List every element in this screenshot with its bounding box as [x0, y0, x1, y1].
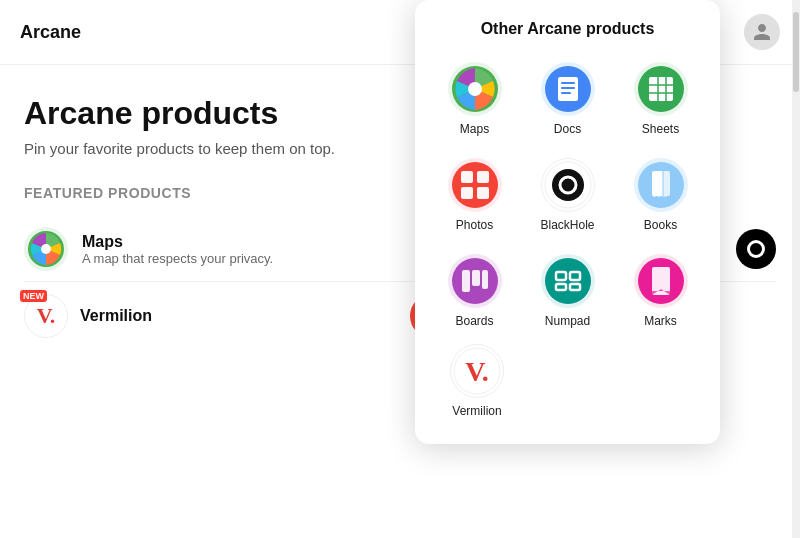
avatar-icon	[752, 22, 772, 42]
maps-svg	[26, 229, 66, 269]
sheets-product-icon	[634, 62, 688, 116]
docs-product-icon	[541, 62, 595, 116]
svg-rect-10	[561, 82, 575, 84]
numpad-product-label: Numpad	[545, 314, 590, 328]
product-item-numpad[interactable]: Numpad	[524, 248, 611, 334]
vermilion-product-icon: V.	[450, 344, 504, 398]
product-item-books[interactable]: Books	[617, 152, 704, 238]
svg-rect-23	[477, 187, 489, 199]
numpad-product-svg	[543, 256, 593, 306]
books-product-svg	[636, 160, 686, 210]
svg-point-19	[452, 162, 498, 208]
svg-point-27	[565, 182, 571, 188]
new-badge: NEW	[20, 290, 47, 302]
svg-rect-21	[477, 171, 489, 183]
svg-rect-33	[482, 270, 488, 289]
boards-product-svg	[450, 256, 500, 306]
product-item-vermilion[interactable]: V. Vermilion	[437, 338, 517, 424]
sheets-product-label: Sheets	[642, 122, 679, 136]
blackhole-action-icon	[736, 229, 776, 269]
user-avatar[interactable]	[744, 14, 780, 50]
photos-product-label: Photos	[456, 218, 493, 232]
sheets-product-svg	[636, 64, 686, 114]
books-product-label: Books	[644, 218, 677, 232]
marks-product-label: Marks	[644, 314, 677, 328]
featured-item-action[interactable]	[736, 229, 776, 269]
docs-product-svg	[543, 64, 593, 114]
product-item-marks[interactable]: Marks	[617, 248, 704, 334]
blackhole-product-svg	[543, 160, 593, 210]
svg-point-7	[468, 82, 482, 96]
dropdown-title: Other Arcane products	[431, 20, 704, 38]
svg-rect-14	[649, 77, 673, 101]
svg-rect-11	[561, 87, 575, 89]
vermilion-icon-wrap: NEW V.	[24, 294, 68, 338]
bottom-item-vermilion[interactable]: NEW V. Vermilion	[24, 294, 390, 338]
blackhole-product-label: BlackHole	[540, 218, 594, 232]
vermilion-label: Vermilion	[80, 307, 152, 325]
marks-product-svg	[636, 256, 686, 306]
books-product-icon	[634, 158, 688, 212]
product-item-maps[interactable]: Maps	[431, 56, 518, 142]
product-item-blackhole[interactable]: BlackHole	[524, 152, 611, 238]
blackhole-product-icon	[541, 158, 595, 212]
vermilion-row: V. Vermilion	[431, 338, 704, 424]
maps-icon	[24, 227, 68, 271]
vermilion-letter: V.	[37, 303, 56, 329]
scrollbar-thumb[interactable]	[793, 12, 799, 92]
photos-product-svg	[450, 160, 500, 210]
svg-point-34	[545, 258, 591, 304]
svg-rect-20	[461, 171, 473, 183]
docs-product-label: Docs	[554, 122, 581, 136]
app-logo: Arcane	[20, 22, 81, 43]
product-item-boards[interactable]: Boards	[431, 248, 518, 334]
svg-text:V.: V.	[465, 356, 489, 387]
svg-rect-31	[462, 270, 470, 292]
vermilion-product-label: Vermilion	[452, 404, 501, 418]
photos-product-icon	[448, 158, 502, 212]
vermilion-product-svg: V.	[452, 346, 502, 396]
svg-point-1	[41, 244, 51, 254]
product-item-sheets[interactable]: Sheets	[617, 56, 704, 142]
maps-product-icon	[448, 62, 502, 116]
svg-rect-32	[472, 270, 480, 286]
marks-product-icon	[634, 254, 688, 308]
numpad-product-icon	[541, 254, 595, 308]
blackhole-inner-ring	[747, 240, 765, 258]
boards-product-label: Boards	[455, 314, 493, 328]
maps-product-label: Maps	[460, 122, 489, 136]
scrollbar[interactable]	[792, 0, 800, 538]
product-item-photos[interactable]: Photos	[431, 152, 518, 238]
product-item-docs[interactable]: Docs	[524, 56, 611, 142]
boards-product-icon	[448, 254, 502, 308]
maps-product-svg	[450, 64, 500, 114]
products-grid: Maps Docs	[431, 56, 704, 334]
products-dropdown: Other Arcane products Maps	[415, 0, 720, 444]
svg-rect-22	[461, 187, 473, 199]
svg-rect-12	[561, 92, 571, 94]
